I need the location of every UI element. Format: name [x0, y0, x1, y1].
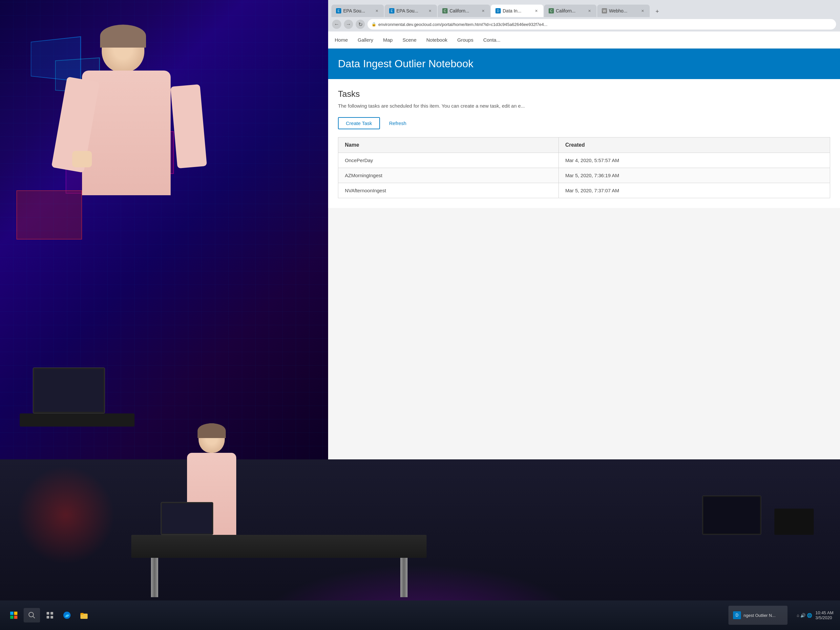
svg-line-5: [33, 616, 35, 618]
tab-close-2[interactable]: ✕: [427, 8, 433, 13]
back-button[interactable]: ←: [332, 20, 341, 29]
tab-favicon-5: C: [549, 8, 554, 13]
page-header-banner: Data Ingest Outlier Notebook: [328, 49, 840, 79]
site-nav: Home Gallery Map Scene Notebook Groups C…: [328, 32, 840, 49]
tab-webhook[interactable]: W Webho... ✕: [597, 5, 650, 17]
tasks-description: The following tasks are scheduled for th…: [338, 103, 830, 110]
tasks-section: Tasks The following tasks are scheduled …: [328, 79, 840, 208]
task-name-3: NVAfternoonIngest: [338, 183, 559, 198]
podium-left: [20, 414, 134, 426]
tasks-heading: Tasks: [338, 89, 830, 99]
tab-label-3: Californ...: [450, 8, 469, 13]
desk-leg-left: [151, 554, 158, 597]
tab-favicon-1: E: [336, 8, 341, 13]
nav-notebook[interactable]: Notebook: [426, 36, 447, 44]
tab-close-4[interactable]: ✕: [534, 8, 539, 13]
browser-chrome: E EPA Sou... ✕ E EPA Sou... ✕ C Californ…: [328, 0, 840, 32]
page-content: Data Ingest Outlier Notebook Tasks The f…: [328, 49, 840, 208]
svg-rect-9: [51, 616, 53, 619]
equipment-right: [774, 508, 814, 535]
svg-rect-3: [14, 616, 17, 619]
tasks-table: Name Created OncePerDay Mar 4, 2020, 5:5…: [338, 137, 830, 198]
tab-close-1[interactable]: ✕: [374, 8, 379, 13]
nav-scene[interactable]: Scene: [403, 36, 417, 44]
task-created-2: Mar 5, 2020, 7:36:19 AM: [559, 168, 830, 183]
col-name: Name: [338, 137, 559, 153]
svg-rect-8: [47, 616, 49, 619]
address-bar-row: ← → ↻ 🔒 environmental.dev.geocloud.com/p…: [328, 17, 840, 32]
create-task-button[interactable]: Create Task: [338, 117, 380, 129]
nav-gallery[interactable]: Gallery: [358, 36, 373, 44]
tab-california-1[interactable]: C Californ... ✕: [438, 5, 490, 17]
svg-rect-6: [47, 612, 49, 614]
search-button[interactable]: [24, 608, 40, 622]
svg-rect-2: [10, 616, 13, 619]
nav-groups[interactable]: Groups: [457, 36, 473, 44]
tab-epa-2[interactable]: E EPA Sou... ✕: [385, 5, 437, 17]
tab-california-2[interactable]: C Californ... ✕: [544, 5, 597, 17]
page-title: Data Ingest Outlier Notebook: [338, 58, 830, 70]
new-tab-button[interactable]: +: [652, 6, 663, 17]
tab-close-3[interactable]: ✕: [480, 8, 486, 13]
tray-icons: ⌂ 🔊 🌐: [797, 613, 812, 618]
desk-leg-right: [400, 554, 407, 597]
tab-epa-1[interactable]: E EPA Sou... ✕: [332, 5, 384, 17]
browser-window: E EPA Sou... ✕ E EPA Sou... ✕ C Californ…: [328, 0, 840, 459]
tab-close-5[interactable]: ✕: [587, 8, 592, 13]
svg-rect-1: [14, 612, 17, 615]
refresh-button[interactable]: Refresh: [384, 117, 412, 129]
table-row[interactable]: AZMorningIngest Mar 5, 2020, 7:36:19 AM: [338, 168, 830, 183]
nav-map[interactable]: Map: [383, 36, 393, 44]
task-name-1: OncePerDay: [338, 153, 559, 168]
forward-button[interactable]: →: [344, 20, 353, 29]
presentation-desk: [131, 535, 426, 558]
address-bar[interactable]: 🔒 environmental.dev.geocloud.com/portal/…: [368, 19, 836, 30]
tab-label-4: Data In...: [503, 8, 521, 13]
tab-favicon-6: W: [602, 8, 607, 13]
col-created: Created: [559, 137, 830, 153]
taskbar-app-item[interactable]: D ngest Outlier N...: [728, 606, 788, 625]
left-display-screen: [0, 0, 361, 459]
tab-favicon-4: D: [496, 8, 501, 13]
reload-button[interactable]: ↻: [356, 20, 365, 29]
table-row[interactable]: OncePerDay Mar 4, 2020, 5:57:57 AM: [338, 153, 830, 168]
svg-rect-12: [81, 613, 84, 614]
nav-content[interactable]: Conta...: [483, 36, 501, 44]
tab-close-6[interactable]: ✕: [640, 8, 645, 13]
svg-point-4: [29, 612, 33, 617]
file-explorer-icon[interactable]: [77, 608, 91, 622]
tab-label-2: EPA Sou...: [396, 8, 418, 13]
clock: 10:45 AM3/5/2020: [815, 610, 834, 620]
edge-icon[interactable]: [60, 608, 74, 622]
tab-label-1: EPA Sou...: [343, 8, 365, 13]
task-created-1: Mar 4, 2020, 5:57:57 AM: [559, 153, 830, 168]
tab-label-6: Webho...: [609, 8, 627, 13]
taskbar-app-label: ngest Outlier N...: [744, 613, 776, 618]
taskbar-app-icon: D: [733, 611, 741, 619]
task-view-button[interactable]: [43, 608, 57, 622]
task-name-2: AZMorningIngest: [338, 168, 559, 183]
lock-icon: 🔒: [371, 22, 376, 27]
url-text: environmental.dev.geocloud.com/portal/ho…: [378, 22, 547, 27]
tab-label-5: Californ...: [556, 8, 576, 13]
person-left-upper: [33, 20, 230, 276]
tab-favicon-2: E: [389, 8, 395, 13]
red-glow: [16, 466, 115, 564]
system-tray: ⌂ 🔊 🌐 10:45 AM3/5/2020: [797, 610, 834, 620]
svg-rect-0: [10, 612, 13, 615]
nav-home[interactable]: Home: [335, 36, 348, 44]
table-row[interactable]: NVAfternoonIngest Mar 5, 2020, 7:37:07 A…: [338, 183, 830, 198]
tasks-buttons: Create Task Refresh: [338, 117, 830, 129]
windows-start-button[interactable]: [6, 608, 21, 622]
task-created-3: Mar 5, 2020, 7:37:07 AM: [559, 183, 830, 198]
taskbar: D ngest Outlier N... ⌂ 🔊 🌐 10:45 AM3/5/2…: [0, 600, 840, 630]
svg-rect-7: [51, 612, 53, 614]
tab-favicon-3: C: [442, 8, 448, 13]
tab-bar: E EPA Sou... ✕ E EPA Sou... ✕ C Californ…: [328, 0, 840, 17]
tab-data-ingest[interactable]: D Data In... ✕: [491, 5, 543, 17]
